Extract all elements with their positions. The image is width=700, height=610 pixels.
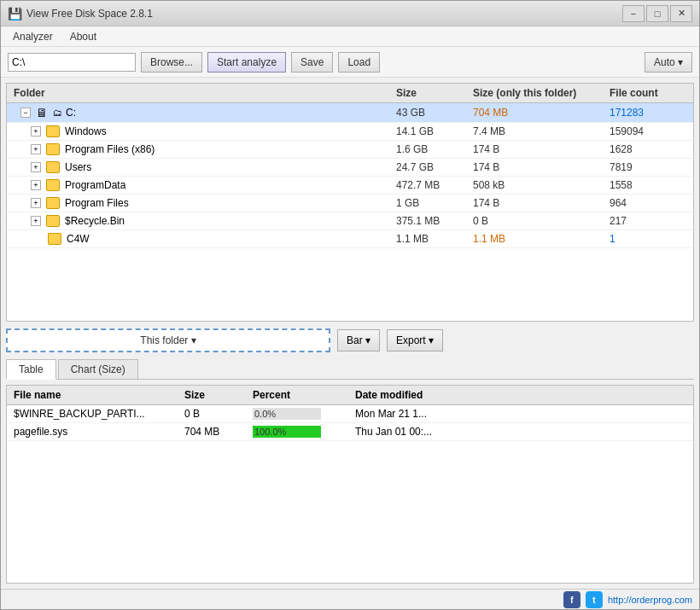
export-button[interactable]: Export ▾ [387,329,443,351]
tree-header: Folder Size Size (only this folder) File… [7,84,693,103]
minimize-button[interactable]: − [622,5,645,22]
tab-table[interactable]: Table [6,359,56,380]
tree-file-count: 7819 [610,161,686,173]
percent-label: 100.0% [254,426,286,438]
tabs-row: Table Chart (Size) [6,359,694,380]
col-size-only: Size (only this folder) [473,87,610,99]
col-percent: Percent [253,389,355,401]
folder-name: Users [65,161,91,173]
file-date: Thu Jan 01 00:... [355,426,686,438]
tree-row[interactable]: + ProgramData 472.7 MB 508 kB 1558 [7,177,693,195]
this-folder-label: This folder ▾ [140,334,195,346]
tree-size: 472.7 MB [396,179,473,191]
tree-size-only: 0 B [473,215,610,227]
tree-row[interactable]: + Users 24.7 GB 174 B 7819 [7,159,693,177]
tree-size: 1.6 GB [396,143,473,155]
twitter-icon[interactable]: t [586,591,603,608]
window-title: View Free Disk Space 2.8.1 [26,8,622,20]
tree-file-count: 1558 [610,179,686,191]
maximize-button[interactable]: □ [646,5,668,22]
file-size: 704 MB [184,426,253,438]
tree-size: 24.7 GB [396,161,473,173]
table-body: $WINRE_BACKUP_PARTI... 0 B 0.0% Mon Mar … [7,405,693,583]
col-file-count: File count [610,87,686,99]
tree-file-count: 1 [610,233,686,245]
tab-chart[interactable]: Chart (Size) [58,359,138,379]
expand-icon[interactable]: − [20,107,31,118]
title-bar: 💾 View Free Disk Space 2.8.1 − □ ✕ [1,1,699,26]
this-folder-bar: This folder ▾ Bar ▾ Export ▾ [6,327,694,354]
col-size: Size [184,389,253,401]
tree-panel: Folder Size Size (only this folder) File… [6,83,694,322]
expand-icon[interactable]: + [31,180,41,190]
menu-bar: Analyzer About [1,26,699,47]
file-name: pagefile.sys [14,426,184,438]
tree-size: 375.1 MB [396,215,473,227]
folder-name: Program Files (x86) [65,143,155,155]
percent-bar: 100.0% [253,426,355,438]
table-row[interactable]: pagefile.sys 704 MB 100.0% Thu Jan 01 00… [7,423,693,441]
folder-name: C: [66,107,76,119]
tree-size: 14.1 GB [396,125,473,137]
tree-row[interactable]: − 🖥 🗂 C: 43 GB 704 MB 171283 [7,103,693,123]
tree-row[interactable]: + Program Files (x86) 1.6 GB 174 B 1628 [7,141,693,159]
expand-icon[interactable]: + [31,216,41,226]
tree-size-only: 174 B [473,161,610,173]
this-folder-button[interactable]: This folder ▾ [6,328,330,352]
tree-row[interactable]: C4W 1.1 MB 1.1 MB 1 [7,230,693,248]
percent-label: 0.0% [254,408,276,420]
bar-button[interactable]: Bar ▾ [337,329,380,351]
browse-button[interactable]: Browse... [141,52,202,73]
status-bar: f t http://orderprog.com [1,589,699,609]
file-size: 0 B [184,408,253,420]
window-controls: − □ ✕ [622,5,692,22]
drive-icon: 🖥 [36,106,48,119]
tree-file-count: 159094 [610,125,686,137]
tree-row[interactable]: + $Recycle.Bin 375.1 MB 0 B 217 [7,212,693,230]
save-button[interactable]: Save [291,52,333,73]
tree-size-only: 1.1 MB [473,233,610,245]
folder-name: C4W [67,233,90,245]
tree-file-count: 171283 [610,107,686,119]
file-table-panel: File name Size Percent Date modified $WI… [6,385,694,584]
main-window: 💾 View Free Disk Space 2.8.1 − □ ✕ Analy… [0,0,700,610]
path-input[interactable] [8,53,136,72]
tree-row[interactable]: + Program Files 1 GB 174 B 964 [7,195,693,212]
bottom-section: This folder ▾ Bar ▾ Export ▾ Table Chart… [6,327,694,584]
close-button[interactable]: ✕ [670,5,692,22]
folder-name: Program Files [65,197,129,209]
facebook-icon[interactable]: f [563,591,580,608]
tree-row[interactable]: + Windows 14.1 GB 7.4 MB 159094 [7,123,693,141]
tree-file-count: 964 [610,197,686,209]
folder-name: ProgramData [65,179,125,191]
expand-icon[interactable]: + [31,162,41,172]
tree-size: 1 GB [396,197,473,209]
menu-about[interactable]: About [61,26,105,46]
toolbar: Browse... Start analyze Save Load Auto ▾ [1,47,699,78]
col-size: Size [396,87,473,99]
percent-bar: 0.0% [253,408,355,420]
folder-name: $Recycle.Bin [65,215,125,227]
tree-size-only: 174 B [473,143,610,155]
tree-size-only: 174 B [473,197,610,209]
tree-file-count: 217 [610,215,686,227]
auto-button[interactable]: Auto ▾ [645,52,692,73]
col-date: Date modified [355,389,686,401]
tree-size: 43 GB [396,107,473,119]
file-date: Mon Mar 21 1... [355,408,686,420]
col-file-name: File name [14,389,184,401]
start-analyze-button[interactable]: Start analyze [207,52,286,73]
load-button[interactable]: Load [338,52,380,73]
expand-icon[interactable]: + [31,144,41,154]
expand-icon[interactable]: + [31,198,41,208]
col-folder: Folder [14,87,396,99]
website-link[interactable]: http://orderprog.com [608,595,692,605]
menu-analyzer[interactable]: Analyzer [4,26,61,46]
tree-file-count: 1628 [610,143,686,155]
table-row[interactable]: $WINRE_BACKUP_PARTI... 0 B 0.0% Mon Mar … [7,405,693,423]
tree-body: − 🖥 🗂 C: 43 GB 704 MB 171283 + Windows [7,103,693,317]
tree-size-only: 508 kB [473,179,610,191]
folder-name: Windows [65,125,107,137]
expand-icon[interactable]: + [31,126,41,137]
file-name: $WINRE_BACKUP_PARTI... [14,408,184,420]
